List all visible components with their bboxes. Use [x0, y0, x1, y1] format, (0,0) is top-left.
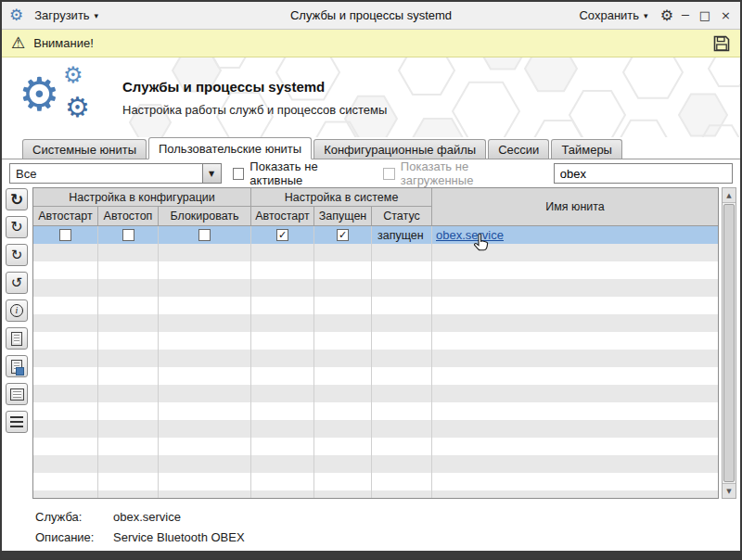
- revert-button[interactable]: ↺: [6, 272, 28, 294]
- filter-bar: Все ▼ Показать не активные Показать не з…: [2, 159, 740, 187]
- settings-gear-icon[interactable]: ⚙: [660, 8, 673, 23]
- empty-cell: [372, 261, 432, 279]
- empty-cell: [432, 438, 718, 455]
- gear-icon: ⚙: [65, 94, 90, 121]
- empty-cell: [314, 367, 372, 385]
- show-log-button[interactable]: [6, 383, 28, 405]
- dropdown-arrow-icon[interactable]: ▼: [202, 164, 221, 183]
- empty-cell: [251, 244, 314, 261]
- search-input[interactable]: [554, 163, 733, 184]
- empty-row: [33, 261, 718, 279]
- load-menu-label: Загрузить: [34, 8, 89, 22]
- main-area: ↻↻↻↺i Настройка в конфигурации Настройка…: [2, 187, 740, 499]
- empty-cell: [314, 420, 372, 438]
- config-autostop-checkbox[interactable]: [122, 229, 134, 241]
- show-inactive-checkbox[interactable]: [233, 168, 245, 180]
- empty-cell: [33, 261, 98, 279]
- empty-cell: [432, 455, 718, 473]
- tab-user-units[interactable]: Пользовательские юниты: [148, 137, 312, 159]
- service-label: Служба:: [35, 507, 113, 528]
- show-list-button[interactable]: [6, 411, 28, 433]
- save-menu-button[interactable]: Сохранить ▾: [573, 6, 653, 24]
- empty-cell: [159, 438, 251, 455]
- document-icon: [11, 332, 22, 346]
- empty-cell: [314, 473, 372, 490]
- details-panel: Служба: obex.service Описание: Service B…: [2, 499, 740, 551]
- refresh-button[interactable]: ↻: [6, 188, 28, 210]
- info-icon: i: [10, 304, 23, 317]
- empty-cell: [251, 438, 314, 455]
- edit-unit-button[interactable]: [6, 355, 28, 377]
- empty-cell: [98, 367, 159, 385]
- save-changes-button[interactable]: [712, 34, 731, 53]
- empty-cell: [33, 438, 98, 455]
- empty-cell: [432, 332, 718, 350]
- empty-cell: [314, 438, 372, 455]
- scroll-up-icon[interactable]: ▲: [723, 188, 736, 203]
- description-value: Service Bluetooth OBEX: [113, 528, 245, 548]
- restart-unit-button[interactable]: ↻: [6, 244, 28, 266]
- minimize-button[interactable]: ─: [680, 9, 691, 21]
- show-inactive-filter[interactable]: Показать не активные: [233, 159, 373, 187]
- refresh-icon: ↻: [10, 192, 23, 208]
- system-running-checkbox[interactable]: ✓: [337, 229, 349, 241]
- maximize-button[interactable]: □: [697, 9, 712, 21]
- empty-cell: [432, 367, 718, 385]
- empty-cell: [33, 420, 98, 438]
- reload-timer-button[interactable]: ↻: [6, 216, 28, 238]
- empty-cell: [432, 350, 718, 367]
- header-text: Службы и процессы systemd Настройка рабо…: [122, 79, 387, 117]
- tab-system-units[interactable]: Системные юниты: [22, 139, 147, 159]
- empty-cell: [33, 350, 98, 367]
- empty-cell: [33, 385, 98, 402]
- show-unloaded-filter: Показать не загруженные: [383, 159, 543, 187]
- empty-cell: [432, 261, 718, 279]
- config-block-checkbox[interactable]: [198, 229, 211, 241]
- empty-cell: [251, 367, 314, 385]
- show-inactive-label: Показать не активные: [249, 159, 372, 187]
- empty-cell: [314, 279, 372, 297]
- page-subtitle: Настройка работы служб и процессов систе…: [122, 103, 387, 117]
- empty-cell: [432, 490, 718, 499]
- empty-cell: [432, 279, 718, 297]
- scrollbar-thumb[interactable]: [723, 204, 735, 482]
- show-unit-file-button[interactable]: [6, 327, 28, 350]
- empty-cell: [33, 402, 98, 420]
- tab-timers[interactable]: Таймеры: [551, 139, 622, 159]
- empty-cell: [251, 261, 314, 279]
- load-menu-button[interactable]: Загрузить ▾: [29, 6, 104, 24]
- empty-cell: [159, 473, 251, 490]
- empty-cell: [98, 244, 159, 261]
- caret-down-icon: ▾: [95, 12, 99, 20]
- empty-cell: [314, 314, 372, 332]
- empty-row: [33, 385, 718, 402]
- unit-row-selected[interactable]: ✓ ✓ запущен obex.service: [33, 226, 718, 244]
- column-header-running: Запущен: [314, 207, 372, 225]
- info-button[interactable]: i: [6, 299, 28, 322]
- tab-config-files[interactable]: Конфигурационные файлы: [313, 139, 486, 159]
- empty-cell: [159, 261, 251, 279]
- empty-cell: [251, 473, 314, 490]
- vertical-scrollbar[interactable]: ▲ ▼: [722, 187, 736, 499]
- close-button[interactable]: ×: [719, 9, 733, 21]
- empty-cell: [33, 332, 98, 350]
- unit-filter-dropdown[interactable]: Все ▼: [9, 163, 222, 184]
- empty-cell: [33, 473, 98, 490]
- empty-cell: [251, 314, 314, 332]
- empty-cell: [159, 297, 251, 314]
- empty-cell: [98, 490, 159, 499]
- empty-cell: [98, 473, 159, 490]
- empty-cell: [372, 490, 432, 499]
- column-header-autostart-config: Автостарт: [33, 207, 98, 225]
- empty-row: [33, 279, 718, 297]
- scroll-down-icon[interactable]: ▼: [723, 483, 736, 498]
- config-autostart-checkbox[interactable]: [59, 229, 71, 241]
- gear-icon: ⚙: [63, 64, 83, 86]
- unit-name-link[interactable]: obex.service: [436, 228, 504, 242]
- empty-cell: [33, 279, 98, 297]
- tab-sessions[interactable]: Сессии: [488, 139, 549, 159]
- app-header: ⚙ ⚙ ⚙ Службы и процессы systemd Настройк…: [2, 57, 740, 137]
- empty-cell: [432, 385, 718, 402]
- empty-cell: [159, 332, 251, 350]
- system-autostart-checkbox[interactable]: ✓: [276, 229, 288, 241]
